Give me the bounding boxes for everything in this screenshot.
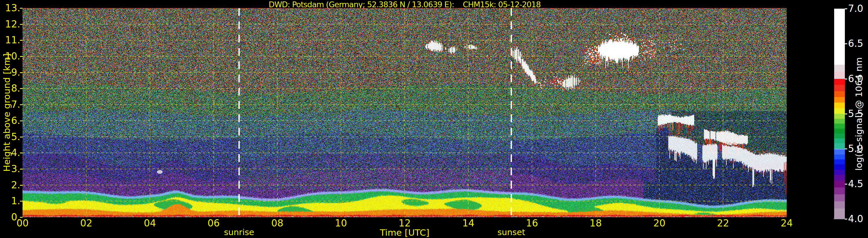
y-tick-mark: [20, 185, 23, 186]
y-tick-label: 2.: [0, 180, 20, 191]
x-tick-label: 14: [455, 218, 481, 229]
y-tick-label: 12.: [0, 19, 20, 30]
y-tick-label: 9.: [0, 67, 20, 78]
y-tick-mark: [20, 24, 23, 25]
y-tick-mark: [20, 56, 23, 57]
colorbar-tick-mark: [845, 219, 847, 219]
x-tick-label: 02: [73, 218, 99, 229]
y-tick-label: 4.: [0, 147, 20, 158]
y-tick-mark: [20, 88, 23, 89]
y-tick-mark: [20, 137, 23, 137]
colorbar-tick-mark: [845, 148, 847, 149]
colorbar-title-text: log(rc-signal) @ 1064 nm: [854, 57, 864, 171]
sunrise-label: sunrise: [216, 228, 262, 237]
y-tick-label: 7.: [0, 99, 20, 110]
y-tick-mark: [20, 169, 23, 170]
x-tick-label: 08: [265, 218, 290, 229]
sunset-label: sunset: [488, 228, 534, 237]
y-tick-label: 3.: [0, 164, 20, 174]
y-tick-mark: [20, 104, 23, 105]
x-tick-label: 10: [328, 218, 354, 229]
x-tick-label: 06: [201, 218, 227, 229]
colorbar-tick-mark: [845, 184, 847, 184]
colorbar-tick-mark: [845, 8, 847, 9]
y-tick-mark: [20, 72, 23, 73]
colorbar-tick-mark: [845, 78, 847, 79]
y-tick-mark: [20, 40, 23, 41]
y-tick-label: 1.: [0, 196, 20, 206]
x-tick-label: 24: [774, 218, 800, 229]
y-tick-mark: [20, 8, 23, 9]
colorbar-title: log(rc-signal) @ 1064 nm: [852, 9, 865, 219]
x-tick-label: 04: [137, 218, 163, 229]
page-title: DWD: Potsdam (Germany; 52.3836 N / 13.06…: [23, 0, 787, 9]
x-tick-label: 22: [710, 218, 736, 229]
y-tick-mark: [20, 201, 23, 202]
colorbar-tick-mark: [845, 113, 847, 114]
y-tick-label: 11.: [0, 35, 20, 46]
y-tick-mark: [20, 121, 23, 121]
ceilometer-quicklook: DWD: Potsdam (Germany; 52.3836 N / 13.06…: [0, 0, 868, 238]
x-tick-label: 18: [583, 218, 609, 229]
heatmap-canvas: [23, 8, 787, 217]
y-tick-label: 10.: [0, 51, 20, 62]
colorbar-tick-mark: [845, 43, 847, 44]
y-tick-label: 8.: [0, 83, 20, 94]
x-axis-title: Time [UTC]: [379, 228, 431, 237]
y-tick-label: 6.: [0, 115, 20, 126]
y-tick-mark: [20, 152, 23, 154]
y-tick-label: 5.: [0, 131, 20, 142]
x-tick-label: 20: [646, 218, 673, 229]
colorbar: [834, 9, 845, 219]
y-tick-label: 13.: [0, 3, 20, 13]
x-tick-label: 00: [9, 218, 36, 229]
